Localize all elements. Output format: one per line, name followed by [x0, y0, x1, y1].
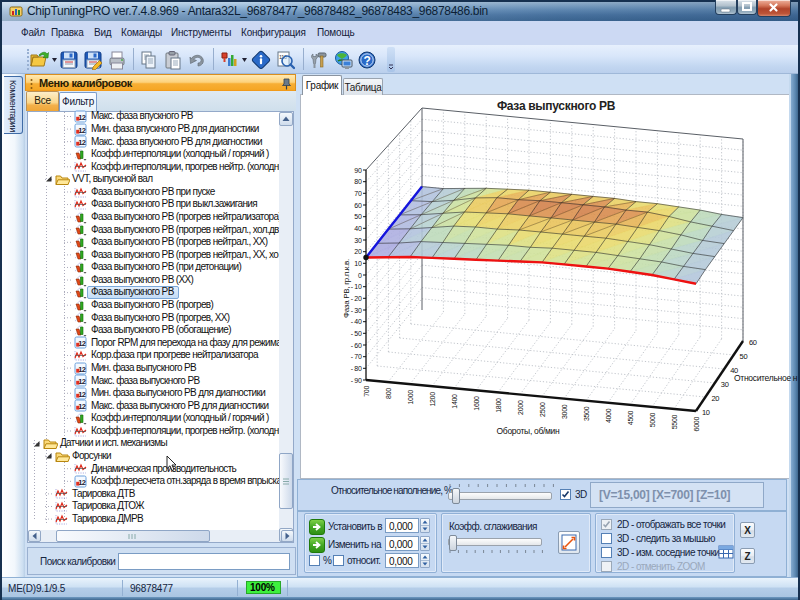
svg-text:?: ?	[363, 54, 370, 68]
